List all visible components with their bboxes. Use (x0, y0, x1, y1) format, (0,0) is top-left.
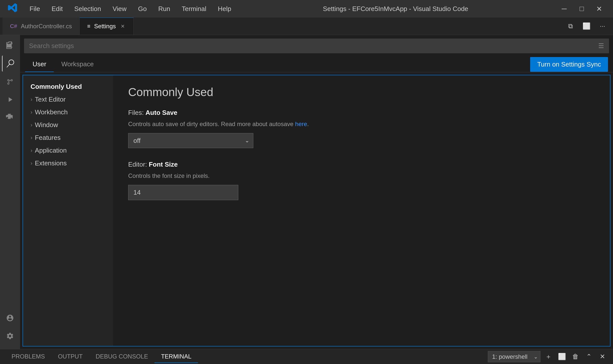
font-size-input[interactable] (128, 185, 238, 200)
setting-auto-save: Files: Auto Save Controls auto save of d… (128, 109, 595, 148)
tab-author-controller[interactable]: C# AuthorController.cs (3, 18, 80, 35)
search-input[interactable] (29, 42, 598, 50)
tab-problems[interactable]: PROBLEMS (5, 350, 51, 363)
chevron-right-icon: › (31, 147, 32, 154)
terminal-shell-select[interactable]: 1: powershell 2: bash (488, 351, 540, 362)
split-terminal-icon[interactable]: ⬜ (556, 351, 567, 362)
settings-tabs-row: User Workspace Turn on Settings Sync (20, 57, 613, 72)
setting-font-size: Editor: Font Size Controls the font size… (128, 161, 595, 200)
chevron-right-icon: › (31, 109, 32, 116)
menu-file[interactable]: File (28, 4, 42, 14)
window-controls: ─ □ ✕ (558, 4, 605, 14)
nav-features[interactable]: › Features (23, 131, 113, 144)
maximize-button[interactable]: □ (575, 4, 588, 14)
search-filter-icon: ☰ (598, 42, 604, 50)
activity-explorer[interactable] (2, 38, 18, 54)
new-terminal-icon[interactable]: ＋ (543, 351, 554, 362)
tab-settings-label: Settings (94, 23, 116, 30)
chevron-right-icon: › (31, 122, 32, 128)
csharp-icon: C# (10, 23, 17, 30)
terminal-panel: PROBLEMS OUTPUT DEBUG CONSOLE TERMINAL 1… (0, 349, 613, 364)
close-button[interactable]: ✕ (593, 4, 605, 14)
auto-save-title: Files: Auto Save (128, 109, 595, 117)
window-title: Settings - EFCore5InMvcApp - Visual Stud… (323, 5, 468, 13)
activity-account[interactable] (2, 310, 18, 326)
nav-application[interactable]: › Application (23, 144, 113, 157)
nav-text-editor[interactable]: › Text Editor (23, 93, 113, 106)
vscode-logo (8, 3, 18, 15)
main-layout: ☰ User Workspace Turn on Settings Sync C… (0, 35, 613, 349)
settings-content: Commonly Used Files: Auto Save Controls … (113, 75, 610, 346)
nav-extensions[interactable]: › Extensions (23, 157, 113, 170)
chevron-right-icon: › (31, 96, 32, 103)
menu-help[interactable]: Help (216, 4, 233, 14)
autosave-link[interactable]: here (295, 121, 307, 127)
settings-nav: Commonly Used › Text Editor › Workbench … (23, 75, 113, 346)
tab-output[interactable]: OUTPUT (51, 350, 89, 363)
menu-go[interactable]: Go (136, 4, 149, 14)
auto-save-select[interactable]: off afterDelay onFocusChange onWindowCha… (128, 133, 253, 148)
close-terminal-icon[interactable]: ✕ (597, 351, 608, 362)
title-bar: File Edit Selection View Go Run Terminal… (0, 0, 613, 18)
section-title: Commonly Used (128, 85, 595, 99)
menu-selection[interactable]: Selection (72, 4, 103, 14)
activity-source-control[interactable] (2, 74, 18, 90)
tab-workspace[interactable]: Workspace (54, 57, 101, 72)
settings-tab-icon: ≡ (87, 23, 90, 30)
terminal-tabs-row: PROBLEMS OUTPUT DEBUG CONSOLE TERMINAL 1… (0, 349, 613, 364)
terminal-tabs: PROBLEMS OUTPUT DEBUG CONSOLE TERMINAL (5, 350, 198, 363)
chevron-right-icon: › (31, 160, 32, 167)
sync-button[interactable]: Turn on Settings Sync (530, 57, 608, 72)
maximize-terminal-icon[interactable]: ⌃ (583, 351, 594, 362)
chevron-right-icon: › (31, 135, 32, 141)
tab-bar: C# AuthorController.cs ≡ Settings ✕ ⧉ ⬜ … (0, 18, 613, 35)
settings-tabs: User Workspace (25, 57, 101, 72)
auto-save-desc: Controls auto save of dirty editors. Rea… (128, 120, 595, 129)
nav-window[interactable]: › Window (23, 119, 113, 131)
settings-tab-close[interactable]: ✕ (120, 23, 126, 30)
tab-settings[interactable]: ≡ Settings ✕ (80, 18, 134, 35)
nav-workbench[interactable]: › Workbench (23, 106, 113, 119)
nav-commonly-used[interactable]: Commonly Used (23, 80, 113, 93)
tab-author-label: AuthorController.cs (21, 23, 72, 30)
font-size-title: Editor: Font Size (128, 161, 595, 168)
menu-view[interactable]: View (111, 4, 129, 14)
toggle-sidebar-icon[interactable]: ⬜ (581, 21, 592, 32)
title-bar-left: File Edit Selection View Go Run Terminal… (8, 3, 233, 15)
trash-terminal-icon[interactable]: 🗑 (570, 351, 581, 362)
font-size-desc: Controls the font size in pixels. (128, 171, 595, 180)
editor-tabs: C# AuthorController.cs ≡ Settings ✕ (3, 18, 134, 35)
settings-search-bar[interactable]: ☰ (24, 39, 609, 53)
activity-run[interactable] (2, 92, 18, 108)
terminal-shell-select-wrapper: 1: powershell 2: bash ⌄ (488, 351, 540, 362)
menu-bar: File Edit Selection View Go Run Terminal… (28, 4, 233, 14)
tab-terminal[interactable]: TERMINAL (154, 350, 198, 363)
menu-terminal[interactable]: Terminal (180, 4, 208, 14)
minimize-button[interactable]: ─ (558, 4, 570, 14)
auto-save-select-wrapper: off afterDelay onFocusChange onWindowCha… (128, 133, 253, 148)
tab-bar-actions: ⧉ ⬜ ··· (565, 21, 610, 32)
tab-user[interactable]: User (25, 57, 54, 72)
menu-edit[interactable]: Edit (50, 4, 65, 14)
terminal-actions: 1: powershell 2: bash ⌄ ＋ ⬜ 🗑 ⌃ ✕ (488, 351, 608, 362)
split-editor-icon[interactable]: ⧉ (565, 21, 576, 32)
settings-body: Commonly Used › Text Editor › Workbench … (23, 75, 610, 346)
activity-bar (0, 35, 20, 349)
more-actions-icon[interactable]: ··· (597, 21, 608, 32)
tab-debug-console[interactable]: DEBUG CONSOLE (89, 350, 154, 363)
activity-settings-gear[interactable] (2, 328, 18, 344)
menu-run[interactable]: Run (156, 4, 172, 14)
activity-search[interactable] (2, 56, 18, 72)
activity-extensions[interactable] (2, 110, 18, 126)
settings-area: ☰ User Workspace Turn on Settings Sync C… (20, 35, 613, 349)
